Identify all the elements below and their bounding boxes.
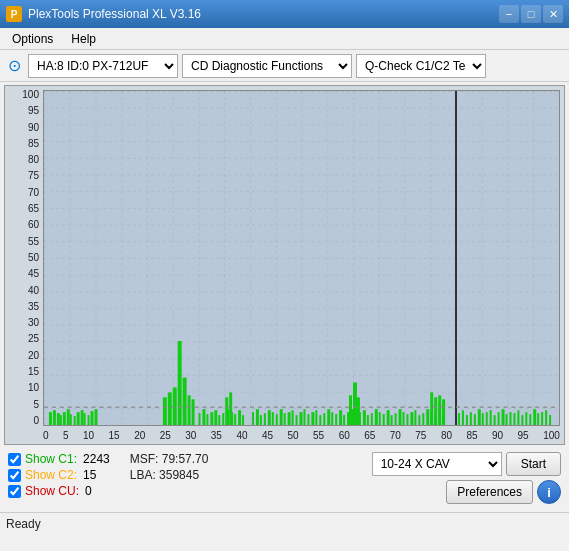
app-icon: P: [6, 6, 22, 22]
svg-rect-20: [163, 397, 167, 425]
svg-rect-49: [284, 413, 286, 425]
svg-rect-59: [323, 413, 325, 425]
svg-rect-52: [296, 415, 298, 425]
svg-rect-99: [466, 415, 468, 425]
c2-checkbox-item: Show C2: 15: [8, 468, 110, 482]
svg-rect-7: [53, 410, 56, 425]
svg-rect-39: [225, 397, 228, 425]
menu-bar: Options Help: [0, 28, 569, 50]
svg-rect-48: [280, 409, 283, 425]
c1-value: 2243: [83, 452, 110, 466]
svg-rect-61: [331, 412, 333, 425]
svg-rect-10: [63, 412, 66, 425]
status-text: Ready: [6, 517, 41, 531]
svg-rect-16: [84, 413, 86, 425]
c2-label: Show C2:: [25, 468, 77, 482]
svg-rect-38: [242, 415, 244, 425]
minimize-button[interactable]: −: [499, 5, 519, 23]
svg-rect-44: [264, 413, 266, 425]
svg-rect-63: [339, 410, 342, 425]
svg-rect-117: [537, 413, 539, 425]
stats-group: MSF: 79:57.70 LBA: 359845: [130, 452, 209, 482]
svg-rect-11: [67, 409, 70, 425]
title-bar: P PlexTools Professional XL V3.16 − □ ✕: [0, 0, 569, 28]
svg-rect-54: [303, 409, 305, 425]
speed-row: 10-24 X CAV Max X CAV 4 X CAV 8 X CAV 40…: [372, 452, 561, 476]
maximize-button[interactable]: □: [521, 5, 541, 23]
close-button[interactable]: ✕: [543, 5, 563, 23]
chart-area: [43, 90, 560, 426]
svg-rect-104: [486, 412, 488, 425]
svg-rect-82: [403, 412, 405, 425]
info-button[interactable]: i: [537, 480, 561, 504]
c1-checkbox[interactable]: [8, 453, 21, 466]
svg-rect-113: [521, 415, 523, 425]
c1-checkbox-item: Show C1: 2243: [8, 452, 110, 466]
preferences-button[interactable]: Preferences: [446, 480, 533, 504]
svg-rect-88: [426, 409, 429, 425]
svg-rect-84: [410, 412, 413, 425]
cu-checkbox[interactable]: [8, 485, 21, 498]
svg-rect-32: [218, 415, 220, 425]
menu-help[interactable]: Help: [63, 30, 104, 48]
svg-rect-17: [88, 415, 90, 425]
svg-rect-45: [268, 410, 271, 425]
y-axis: 100 95 90 85 80 75 70 65 60 55 50 45 40 …: [5, 90, 43, 426]
svg-rect-4: [44, 91, 559, 425]
menu-options[interactable]: Options: [4, 30, 61, 48]
c2-value: 15: [83, 468, 96, 482]
svg-rect-96: [442, 399, 445, 425]
svg-rect-79: [391, 415, 393, 425]
device-select[interactable]: HA:8 ID:0 PX-712UF: [28, 54, 178, 78]
svg-rect-21: [168, 392, 172, 425]
svg-rect-101: [474, 414, 476, 425]
svg-rect-114: [525, 412, 527, 425]
svg-rect-97: [458, 413, 460, 425]
c2-checkbox[interactable]: [8, 469, 21, 482]
function-select[interactable]: CD Diagnostic Functions: [182, 54, 352, 78]
svg-rect-93: [430, 392, 433, 425]
svg-rect-40: [229, 392, 232, 425]
lba-value: 359845: [159, 468, 199, 482]
svg-rect-75: [375, 409, 378, 425]
svg-rect-109: [506, 414, 508, 425]
speed-select[interactable]: 10-24 X CAV Max X CAV 4 X CAV 8 X CAV 40…: [372, 452, 502, 476]
lba-label: LBA:: [130, 468, 156, 482]
svg-rect-71: [349, 395, 352, 425]
lba-stat: LBA: 359845: [130, 468, 209, 482]
svg-rect-43: [260, 415, 262, 425]
svg-rect-74: [371, 413, 373, 425]
svg-rect-73: [357, 397, 360, 425]
svg-rect-78: [387, 410, 390, 425]
cu-checkbox-item: Show CU: 0: [8, 484, 110, 498]
chart-svg: [44, 91, 559, 425]
svg-rect-22: [173, 387, 177, 425]
svg-rect-103: [482, 413, 484, 425]
svg-rect-26: [192, 399, 195, 425]
svg-rect-46: [272, 412, 274, 425]
svg-rect-33: [222, 413, 224, 425]
svg-rect-25: [188, 395, 191, 425]
prefs-row: Preferences i: [372, 480, 561, 504]
svg-rect-36: [234, 414, 236, 425]
svg-rect-29: [206, 414, 208, 425]
svg-rect-60: [327, 409, 330, 425]
toolbar: ⊙ HA:8 ID:0 PX-712UF CD Diagnostic Funct…: [0, 50, 569, 82]
msf-value: 79:57.70: [162, 452, 209, 466]
svg-rect-120: [549, 415, 551, 425]
svg-rect-69: [363, 410, 366, 425]
title-bar-left: P PlexTools Professional XL V3.16: [6, 6, 201, 22]
svg-rect-111: [513, 413, 515, 425]
svg-rect-27: [199, 413, 201, 425]
cu-label: Show CU:: [25, 484, 79, 498]
c1-label: Show C1:: [25, 452, 77, 466]
svg-rect-102: [478, 409, 481, 425]
svg-rect-119: [545, 410, 547, 425]
svg-rect-8: [57, 413, 60, 425]
svg-rect-70: [367, 415, 369, 425]
test-select[interactable]: Q-Check C1/C2 Test: [356, 54, 486, 78]
svg-rect-115: [529, 414, 531, 425]
start-button[interactable]: Start: [506, 452, 561, 476]
svg-rect-15: [81, 410, 84, 425]
svg-rect-81: [399, 409, 402, 425]
